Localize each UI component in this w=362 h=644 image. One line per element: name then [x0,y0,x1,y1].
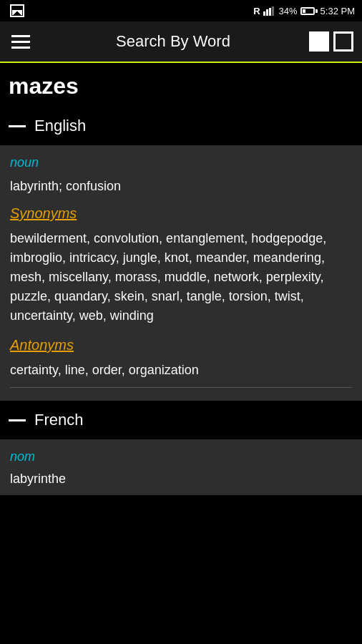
view-solid-button[interactable] [309,31,329,52]
french-definition-card: nom labyrinthe [0,439,362,495]
antonyms-link[interactable]: Antonyms [10,337,352,353]
english-language-label: English [34,117,86,135]
signal-icon: R [253,6,260,16]
toolbar-title: Search By Word [37,32,309,51]
synonyms-link[interactable]: Synonyms [10,205,352,222]
antonyms-text: certainty, line, order, organization [10,361,352,380]
svg-rect-3 [272,6,274,16]
image-icon [10,4,24,17]
svg-rect-2 [269,8,271,16]
french-language-row[interactable]: French [0,401,362,439]
battery-icon [300,7,318,15]
english-definition-card: noun labyrinth; confusion Synonyms bewil… [0,145,362,401]
english-pos-label: noun [10,155,352,170]
hamburger-button[interactable] [9,27,37,56]
english-definition-text: labyrinth; confusion [10,177,352,195]
toolbar-view-icons [309,31,353,52]
section-divider [10,387,352,388]
time-display: 5:32 PM [321,6,355,16]
battery-percent: 34% [279,6,298,16]
french-language-label: French [34,411,83,429]
word-heading-text: mazes [9,73,79,99]
signal-bars-icon [263,6,276,16]
collapse-french-icon [9,419,26,421]
view-outline-button[interactable] [333,31,353,52]
status-bar: R 34% 5:32 PM [0,0,362,21]
collapse-english-icon [9,125,26,127]
word-heading-section: mazes [0,63,362,107]
english-language-row[interactable]: English [0,107,362,145]
synonyms-text: bewilderment, convolution, entanglement,… [10,229,352,326]
toolbar: Search By Word [0,21,362,63]
french-definition-text: labyrinthe [10,470,352,488]
french-pos-label: nom [10,449,352,464]
svg-rect-1 [266,9,268,16]
svg-rect-0 [263,11,265,16]
